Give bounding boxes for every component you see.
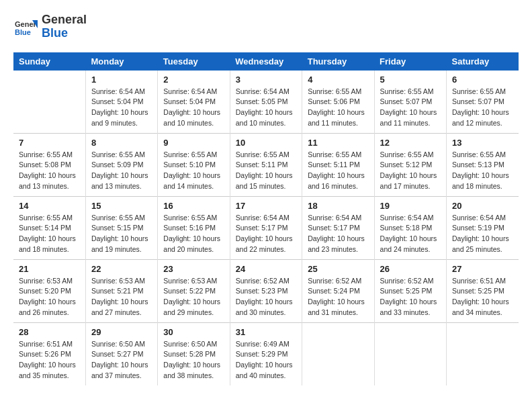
sunset-value: 5:16 PM bbox=[189, 224, 216, 232]
sunset-value: 5:25 PM bbox=[478, 287, 504, 295]
weekday-header-wednesday: Wednesday bbox=[230, 52, 302, 71]
day-info: Sunrise: 6:50 AM Sunset: 5:27 PM Dayligh… bbox=[91, 339, 152, 381]
daylight-label: Daylight: bbox=[163, 234, 193, 242]
day-number: 13 bbox=[452, 138, 513, 148]
calendar-cell: 20 Sunrise: 6:54 AM Sunset: 5:19 PM Dayl… bbox=[447, 196, 519, 259]
day-number: 23 bbox=[163, 264, 224, 274]
sunrise-label: Sunrise: bbox=[236, 340, 263, 348]
sunset-value: 5:20 PM bbox=[45, 287, 71, 295]
sunset-value: 5:28 PM bbox=[189, 350, 216, 358]
day-info: Sunrise: 6:55 AM Sunset: 5:08 PM Dayligh… bbox=[19, 150, 80, 192]
calendar-cell bbox=[13, 71, 85, 134]
sunrise-value: 6:55 AM bbox=[336, 150, 362, 158]
day-info: Sunrise: 6:55 AM Sunset: 5:09 PM Dayligh… bbox=[91, 150, 152, 192]
sunrise-label: Sunrise: bbox=[236, 150, 263, 158]
day-info: Sunrise: 6:55 AM Sunset: 5:10 PM Dayligh… bbox=[163, 150, 224, 192]
sunrise-value: 6:51 AM bbox=[480, 277, 506, 285]
calendar-cell: 5 Sunrise: 6:55 AM Sunset: 5:07 PM Dayli… bbox=[374, 71, 446, 134]
sunrise-label: Sunrise: bbox=[91, 214, 119, 222]
sunrise-value: 6:50 AM bbox=[119, 340, 145, 348]
sunset-value: 5:21 PM bbox=[117, 287, 143, 295]
day-info: Sunrise: 6:53 AM Sunset: 5:22 PM Dayligh… bbox=[163, 276, 224, 318]
daylight-label: Daylight: bbox=[380, 298, 410, 306]
sunset-label: Sunset: bbox=[236, 161, 262, 169]
calendar-cell: 1 Sunrise: 6:54 AM Sunset: 5:04 PM Dayli… bbox=[85, 71, 157, 134]
day-info: Sunrise: 6:51 AM Sunset: 5:26 PM Dayligh… bbox=[19, 339, 80, 381]
sunset-value: 5:04 PM bbox=[189, 97, 216, 105]
week-row-1: 1 Sunrise: 6:54 AM Sunset: 5:04 PM Dayli… bbox=[13, 71, 519, 134]
day-number: 14 bbox=[19, 201, 80, 211]
day-info: Sunrise: 6:55 AM Sunset: 5:14 PM Dayligh… bbox=[19, 213, 80, 255]
sunrise-value: 6:54 AM bbox=[191, 87, 218, 95]
day-number: 19 bbox=[380, 201, 441, 211]
sunset-value: 5:27 PM bbox=[117, 350, 143, 358]
calendar-cell: 3 Sunrise: 6:54 AM Sunset: 5:05 PM Dayli… bbox=[230, 71, 302, 134]
daylight-label: Daylight: bbox=[308, 108, 337, 116]
day-info: Sunrise: 6:55 AM Sunset: 5:16 PM Dayligh… bbox=[163, 213, 224, 255]
daylight-label: Daylight: bbox=[163, 298, 193, 306]
sunrise-value: 6:54 AM bbox=[119, 87, 145, 95]
sunset-value: 5:22 PM bbox=[189, 287, 216, 295]
day-number: 30 bbox=[163, 327, 224, 337]
daylight-label: Daylight: bbox=[19, 234, 48, 242]
daylight-label: Daylight: bbox=[236, 298, 265, 306]
sunrise-value: 6:54 AM bbox=[263, 87, 290, 95]
calendar-cell: 30 Sunrise: 6:50 AM Sunset: 5:28 PM Dayl… bbox=[158, 322, 230, 385]
sunrise-value: 6:53 AM bbox=[46, 277, 73, 285]
day-info: Sunrise: 6:52 AM Sunset: 5:23 PM Dayligh… bbox=[236, 276, 296, 318]
week-row-2: 7 Sunrise: 6:55 AM Sunset: 5:08 PM Dayli… bbox=[13, 133, 519, 196]
day-info: Sunrise: 6:55 AM Sunset: 5:13 PM Dayligh… bbox=[452, 150, 513, 192]
calendar-cell: 10 Sunrise: 6:55 AM Sunset: 5:11 PM Dayl… bbox=[230, 133, 302, 196]
daylight-label: Daylight: bbox=[452, 171, 482, 179]
calendar-cell: 6 Sunrise: 6:55 AM Sunset: 5:07 PM Dayli… bbox=[447, 71, 519, 134]
sunrise-label: Sunrise: bbox=[308, 277, 335, 285]
sunrise-value: 6:49 AM bbox=[263, 340, 290, 348]
day-info: Sunrise: 6:51 AM Sunset: 5:25 PM Dayligh… bbox=[452, 276, 513, 318]
day-info: Sunrise: 6:55 AM Sunset: 5:06 PM Dayligh… bbox=[308, 87, 368, 129]
sunset-label: Sunset: bbox=[308, 224, 334, 232]
weekday-header-tuesday: Tuesday bbox=[158, 52, 230, 71]
daylight-label: Daylight: bbox=[91, 361, 121, 369]
sunset-value: 5:11 PM bbox=[261, 161, 287, 169]
day-number: 26 bbox=[380, 264, 441, 274]
weekday-header-saturday: Saturday bbox=[447, 52, 519, 71]
sunset-label: Sunset: bbox=[19, 224, 45, 232]
sunrise-label: Sunrise: bbox=[452, 214, 480, 222]
sunset-label: Sunset: bbox=[91, 161, 118, 169]
day-number: 15 bbox=[91, 201, 152, 211]
sunrise-value: 6:55 AM bbox=[263, 150, 290, 158]
sunrise-value: 6:50 AM bbox=[191, 340, 218, 348]
day-number: 25 bbox=[308, 264, 368, 274]
sunset-label: Sunset: bbox=[19, 161, 45, 169]
day-info: Sunrise: 6:55 AM Sunset: 5:15 PM Dayligh… bbox=[91, 213, 152, 255]
sunrise-label: Sunrise: bbox=[19, 214, 46, 222]
calendar-cell: 27 Sunrise: 6:51 AM Sunset: 5:25 PM Dayl… bbox=[447, 259, 519, 322]
day-number: 6 bbox=[452, 75, 513, 85]
sunrise-label: Sunrise: bbox=[91, 87, 119, 95]
calendar-cell: 13 Sunrise: 6:55 AM Sunset: 5:13 PM Dayl… bbox=[447, 133, 519, 196]
calendar-cell bbox=[447, 322, 519, 385]
daylight-label: Daylight: bbox=[163, 361, 193, 369]
sunset-value: 5:25 PM bbox=[406, 287, 432, 295]
daylight-label: Daylight: bbox=[91, 108, 121, 116]
day-info: Sunrise: 6:54 AM Sunset: 5:19 PM Dayligh… bbox=[452, 213, 513, 255]
sunset-label: Sunset: bbox=[380, 97, 406, 105]
day-number: 12 bbox=[380, 138, 441, 148]
sunrise-value: 6:54 AM bbox=[480, 214, 506, 222]
sunrise-value: 6:51 AM bbox=[46, 340, 73, 348]
sunrise-label: Sunrise: bbox=[236, 277, 263, 285]
sunset-value: 5:07 PM bbox=[478, 97, 504, 105]
calendar-cell: 18 Sunrise: 6:54 AM Sunset: 5:17 PM Dayl… bbox=[302, 196, 374, 259]
daylight-label: Daylight: bbox=[91, 171, 121, 179]
day-number: 11 bbox=[308, 138, 368, 148]
daylight-label: Daylight: bbox=[380, 171, 410, 179]
sunset-value: 5:13 PM bbox=[478, 161, 504, 169]
day-number: 3 bbox=[236, 75, 296, 85]
day-number: 27 bbox=[452, 264, 513, 274]
calendar-cell: 8 Sunrise: 6:55 AM Sunset: 5:09 PM Dayli… bbox=[85, 133, 157, 196]
daylight-label: Daylight: bbox=[19, 361, 48, 369]
daylight-label: Daylight: bbox=[19, 298, 48, 306]
daylight-label: Daylight: bbox=[308, 171, 337, 179]
week-row-5: 28 Sunrise: 6:51 AM Sunset: 5:26 PM Dayl… bbox=[13, 322, 519, 385]
sunrise-label: Sunrise: bbox=[19, 277, 46, 285]
